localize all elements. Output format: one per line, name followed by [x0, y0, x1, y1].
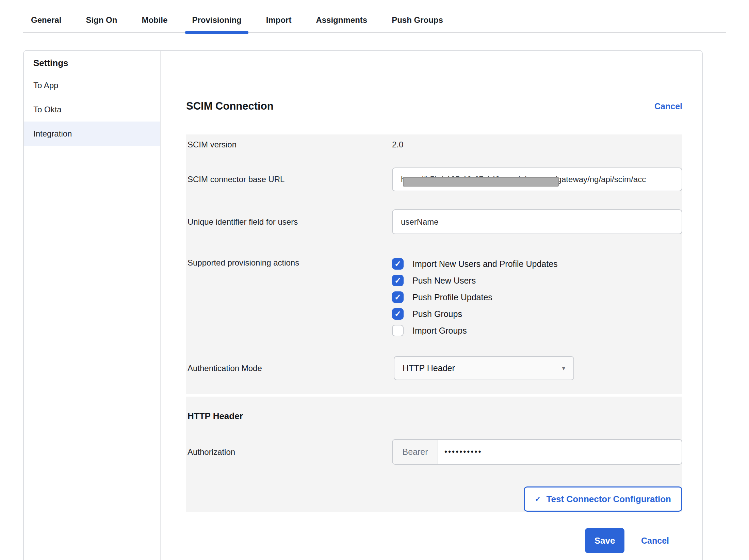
tab-provisioning[interactable]: Provisioning [185, 15, 248, 32]
authorization-token-input[interactable]: •••••••••• [438, 440, 682, 464]
sidebar-item-to-app[interactable]: To App [24, 73, 160, 97]
provisioning-card: Settings To App To Okta Integration SCIM… [23, 50, 703, 560]
settings-sidebar: Settings To App To Okta Integration [24, 51, 161, 560]
test-button-label: Test Connector Configuration [547, 494, 671, 505]
sidebar-item-to-okta[interactable]: To Okta [24, 97, 160, 122]
base-url-input[interactable]: https://b5bd-185-19-67-148.ngrok.io /gat… [392, 167, 682, 191]
provisioning-actions-list: ✓ Import New Users and Profile Updates ✓… [392, 258, 682, 336]
cancel-link-top[interactable]: Cancel [654, 101, 682, 111]
sidebar-title: Settings [24, 53, 160, 73]
checkbox-push-new-users[interactable]: ✓ [392, 275, 404, 286]
checkbox-label: Import Groups [412, 326, 467, 336]
unique-identifier-input[interactable]: userName [392, 209, 682, 234]
base-url-row: SCIM connector base URL https://b5bd-185… [188, 167, 682, 191]
checkbox-import-groups[interactable] [392, 325, 404, 336]
scim-version-value: 2.0 [392, 140, 403, 149]
authorization-label: Authorization [188, 447, 392, 457]
test-connector-configuration-button[interactable]: ✓ Test Connector Configuration [524, 486, 682, 512]
scim-version-row: SCIM version 2.0 [188, 140, 682, 149]
http-header-title: HTTP Header [188, 411, 682, 421]
cancel-link-bottom[interactable]: Cancel [641, 536, 669, 546]
auth-mode-label: Authentication Mode [188, 364, 392, 373]
check-icon: ✓ [394, 260, 401, 268]
auth-mode-select[interactable]: HTTP Header ▾ [394, 356, 574, 380]
http-header-panel: HTTP Header Authorization Bearer •••••••… [186, 397, 682, 512]
checkbox-import-new-users[interactable]: ✓ [392, 258, 404, 270]
page-title: SCIM Connection [186, 99, 274, 113]
tab-general[interactable]: General [24, 15, 68, 32]
provisioning-actions-row: Supported provisioning actions ✓ Import … [188, 258, 682, 336]
base-url-visible-tail: /gateway/ng/api/scim/acc [555, 175, 646, 184]
unique-identifier-row: Unique identifier field for users userNa… [188, 209, 682, 234]
checkbox-label: Push New Users [412, 276, 476, 286]
provisioning-actions-label: Supported provisioning actions [188, 258, 392, 336]
chevron-down-icon: ▾ [562, 364, 565, 372]
checkbox-item-push-new-users[interactable]: ✓ Push New Users [392, 275, 682, 286]
checkbox-push-profile-updates[interactable]: ✓ [392, 291, 404, 303]
redaction-bar [403, 177, 559, 187]
scim-version-label: SCIM version [188, 140, 392, 149]
auth-mode-row: Authentication Mode HTTP Header ▾ [188, 356, 682, 380]
sidebar-item-integration[interactable]: Integration [24, 122, 160, 146]
save-button[interactable]: Save [585, 528, 624, 553]
tab-assignments[interactable]: Assignments [309, 15, 374, 32]
authorization-row: Authorization Bearer •••••••••• [188, 439, 682, 465]
checkbox-item-push-profile-updates[interactable]: ✓ Push Profile Updates [392, 291, 682, 303]
base-url-label: SCIM connector base URL [188, 175, 392, 184]
check-icon: ✓ [394, 293, 401, 301]
checkbox-item-import-new-users[interactable]: ✓ Import New Users and Profile Updates [392, 258, 682, 270]
form-actions: Save Cancel [186, 528, 682, 553]
bearer-prefix: Bearer [393, 440, 438, 464]
unique-identifier-value: userName [401, 217, 439, 227]
check-icon: ✓ [394, 310, 401, 318]
checkbox-item-import-groups[interactable]: Import Groups [392, 325, 682, 336]
checkbox-label: Push Profile Updates [412, 292, 492, 302]
checkbox-label: Import New Users and Profile Updates [412, 259, 558, 269]
test-row: ✓ Test Connector Configuration [188, 486, 682, 512]
main-panel: SCIM Connection Cancel SCIM version 2.0 … [161, 51, 702, 560]
app-tab-bar: General Sign On Mobile Provisioning Impo… [23, 0, 726, 33]
unique-identifier-label: Unique identifier field for users [188, 217, 392, 227]
check-icon: ✓ [394, 276, 401, 285]
tab-sign-on[interactable]: Sign On [79, 15, 124, 32]
checkbox-push-groups[interactable]: ✓ [392, 308, 404, 320]
tab-push-groups[interactable]: Push Groups [385, 15, 450, 32]
check-icon: ✓ [535, 495, 541, 503]
checkbox-label: Push Groups [412, 309, 462, 319]
main-header: SCIM Connection Cancel [186, 99, 682, 113]
scim-settings-panel: SCIM version 2.0 SCIM connector base URL… [186, 134, 682, 394]
tab-mobile[interactable]: Mobile [135, 15, 174, 32]
checkbox-item-push-groups[interactable]: ✓ Push Groups [392, 308, 682, 320]
auth-mode-selected-value: HTTP Header [403, 363, 455, 373]
authorization-input-group: Bearer •••••••••• [392, 439, 682, 465]
tab-import[interactable]: Import [259, 15, 298, 32]
